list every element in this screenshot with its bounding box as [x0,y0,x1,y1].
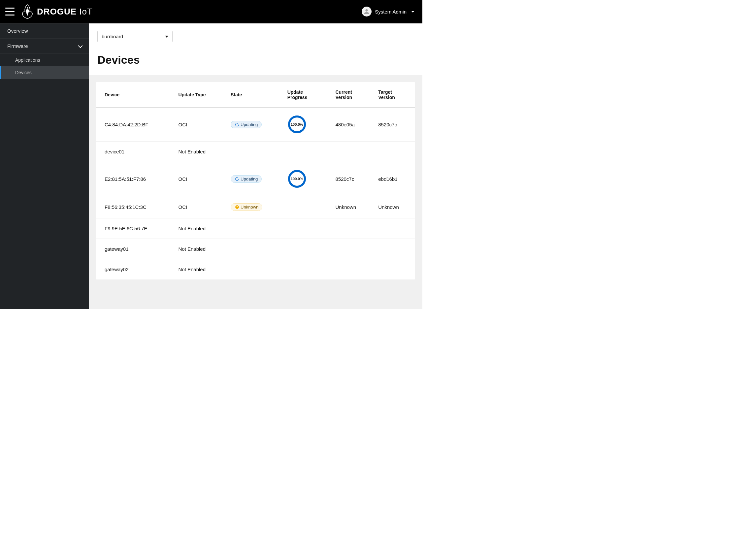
select-value: burrboard [102,34,123,39]
sidebar-item-label: Devices [15,70,32,75]
cell-target-version [372,219,415,239]
cell-current-version [329,142,372,162]
column-header-state[interactable]: State [225,82,282,107]
user-name-label: System Admin [375,9,406,14]
column-header-current[interactable]: Current Version [329,82,372,107]
main-content: burrboard Devices Device Update Type Sta… [89,23,423,309]
cell-target-version: Unknown [372,196,415,219]
table-row[interactable]: C4:84:DA:42:2D:BFOCIUpdating100.0%480e05… [96,107,415,142]
cell-progress [282,196,330,219]
cell-current-version [329,239,372,259]
svg-text:?: ? [236,206,238,209]
gnome-logo-icon [20,4,34,19]
chevron-down-icon [78,43,82,48]
cell-device: F8:56:35:45:1C:3C [96,196,172,219]
status-label: Updating [240,176,258,181]
cell-target-version: 8520c7c [372,107,415,142]
sync-icon [235,176,239,181]
cell-device: C4:84:DA:42:2D:BF [96,107,172,142]
chevron-down-icon [411,11,414,12]
page-title: Devices [97,54,414,66]
sidebar-item-label: Applications [15,58,40,63]
cell-current-version: 8520c7c [329,162,372,196]
table-row[interactable]: E2:81:5A:51:F7:86OCIUpdating100.0%8520c7… [96,162,415,196]
progress-label: 100.0% [287,169,307,188]
cell-state: Updating [225,162,282,196]
table-row[interactable]: gateway01Not Enabled [96,239,415,259]
cell-device: gateway01 [96,239,172,259]
svg-point-0 [27,7,28,9]
cell-progress [282,219,330,239]
status-label: Unknown [240,205,258,210]
cell-target-version [372,239,415,259]
question-circle-icon: ? [235,205,239,210]
sidebar-item-overview[interactable]: Overview [0,23,89,38]
cell-update-type: Not Enabled [172,219,225,239]
status-badge: ?Unknown [231,203,262,211]
cell-update-type: OCI [172,196,225,219]
table-row[interactable]: gateway02Not Enabled [96,259,415,280]
cell-state [225,142,282,162]
cell-progress [282,259,330,280]
cell-state [225,219,282,239]
cell-update-type: Not Enabled [172,259,225,280]
cell-update-type: OCI [172,162,225,196]
cell-update-type: OCI [172,107,225,142]
progress-label: 100.0% [287,115,307,134]
table-row[interactable]: F9:9E:5E:6C:56:7ENot Enabled [96,219,415,239]
status-badge: Updating [231,121,262,128]
sidebar-item-label: Overview [7,28,28,34]
column-header-type[interactable]: Update Type [172,82,225,107]
table-row[interactable]: device01Not Enabled [96,142,415,162]
sidebar-item-firmware[interactable]: Firmware [0,38,89,54]
cell-target-version [372,142,415,162]
cell-current-version: 480e05a [329,107,372,142]
brand-text: DROGUE IoT [37,7,93,17]
cell-update-type: Not Enabled [172,142,225,162]
progress-donut: 100.0% [287,115,307,134]
status-label: Updating [240,122,258,127]
sidebar-item-label: Firmware [7,43,28,49]
chevron-down-icon [165,35,168,37]
cell-progress [282,142,330,162]
column-header-progress[interactable]: Update Progress [282,82,330,107]
cell-state: ?Unknown [225,196,282,219]
cell-progress: 100.0% [282,107,330,142]
cell-state: Updating [225,107,282,142]
devices-table: Device Update Type State Update Progress… [96,82,415,280]
sidebar-item-devices[interactable]: Devices [0,66,89,79]
sidebar-item-applications[interactable]: Applications [0,54,89,66]
cell-device: E2:81:5A:51:F7:86 [96,162,172,196]
progress-donut: 100.0% [287,169,307,188]
sidebar-nav: Overview Firmware Applications Devices [0,23,89,309]
cell-current-version: Unknown [329,196,372,219]
cell-device: device01 [96,142,172,162]
cell-update-type: Not Enabled [172,239,225,259]
cell-current-version [329,219,372,239]
cell-target-version [372,259,415,280]
cell-progress: 100.0% [282,162,330,196]
column-header-device[interactable]: Device [96,82,172,107]
status-badge: Updating [231,175,262,183]
application-select[interactable]: burrboard [97,31,172,42]
avatar-icon [362,7,372,16]
menu-toggle-button[interactable] [5,8,14,15]
column-header-target[interactable]: Target Version [372,82,415,107]
user-menu-button[interactable]: System Admin [362,7,414,16]
cell-target-version: ebd16b1 [372,162,415,196]
cell-current-version [329,259,372,280]
cell-progress [282,239,330,259]
cell-device: gateway02 [96,259,172,280]
brand-logo[interactable]: DROGUE IoT [20,4,93,19]
cell-state [225,239,282,259]
cell-state [225,259,282,280]
cell-device: F9:9E:5E:6C:56:7E [96,219,172,239]
sync-icon [235,122,239,127]
app-header: DROGUE IoT System Admin [0,0,423,23]
table-row[interactable]: F8:56:35:45:1C:3COCI?UnknownUnknownUnkno… [96,196,415,219]
